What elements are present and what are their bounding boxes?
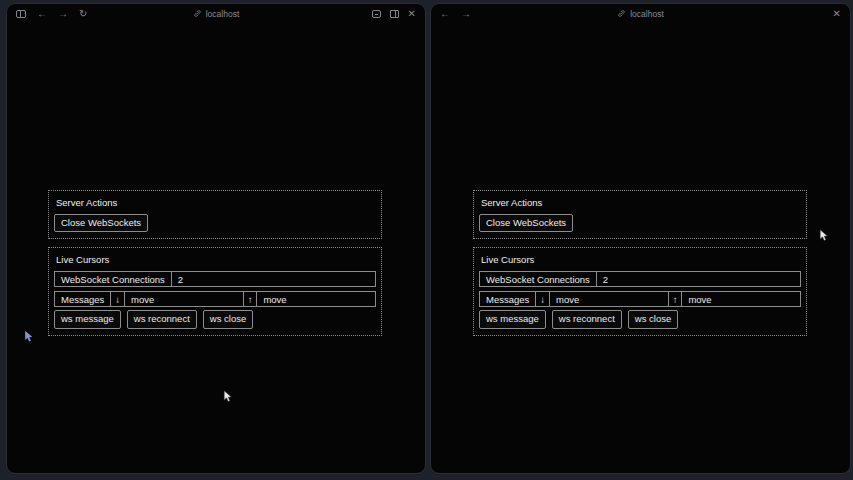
desktop: { "desktop": { "background": "#1f212a" }… xyxy=(0,0,853,480)
browser-window-left: ← → ↻ localhost ✕ Server Actions Close W… xyxy=(6,3,426,474)
ws-reconnect-button[interactable]: ws reconnect xyxy=(552,310,622,328)
ws-reconnect-button[interactable]: ws reconnect xyxy=(127,310,197,328)
browser-window-right: ← → localhost ✕ Server Actions Close Web… xyxy=(430,3,851,474)
url-text: localhost xyxy=(630,9,664,19)
last-sent-message: move xyxy=(257,292,375,306)
url-bar[interactable]: localhost xyxy=(431,4,850,23)
live-cursors-panel: Live Cursors WebSocket Connections 2 Mes… xyxy=(48,247,382,335)
forward-button[interactable]: → xyxy=(58,9,68,19)
arrow-up-icon: ↑ xyxy=(244,292,258,306)
last-received-message: move xyxy=(550,292,669,306)
close-window-button[interactable]: ✕ xyxy=(833,9,841,19)
back-button[interactable]: ← xyxy=(37,9,47,19)
server-actions-legend: Server Actions xyxy=(481,197,801,208)
ws-buttons-row: ws message ws reconnect ws close xyxy=(479,310,801,328)
live-cursors-legend: Live Cursors xyxy=(481,254,801,265)
page-content: Server Actions Close WebSockets Live Cur… xyxy=(48,190,382,336)
close-window-button[interactable]: ✕ xyxy=(408,9,416,19)
messages-row: Messages ↓ move ↑ move xyxy=(479,291,801,307)
close-websockets-button[interactable]: Close WebSockets xyxy=(479,214,573,232)
titlebar[interactable]: ← → ↻ localhost ✕ xyxy=(7,4,425,23)
page-content: Server Actions Close WebSockets Live Cur… xyxy=(473,190,807,336)
connections-label: WebSocket Connections xyxy=(480,272,597,286)
arrow-down-icon: ↓ xyxy=(111,292,125,306)
connections-label: WebSocket Connections xyxy=(55,272,172,286)
connections-value: 2 xyxy=(172,272,375,286)
messages-label: Messages xyxy=(55,292,111,306)
titlebar[interactable]: ← → localhost ✕ xyxy=(431,4,850,23)
forward-button[interactable]: → xyxy=(461,9,471,19)
connections-value: 2 xyxy=(597,272,800,286)
reload-button[interactable]: ↻ xyxy=(79,9,87,19)
ws-message-button[interactable]: ws message xyxy=(479,310,546,328)
back-button[interactable]: ← xyxy=(440,9,450,19)
server-actions-legend: Server Actions xyxy=(56,197,376,208)
split-view-icon[interactable] xyxy=(390,10,399,18)
live-cursors-legend: Live Cursors xyxy=(56,254,376,265)
link-icon xyxy=(193,9,202,18)
last-received-message: move xyxy=(125,292,244,306)
live-cursors-panel: Live Cursors WebSocket Connections 2 Mes… xyxy=(473,247,807,335)
ws-close-button[interactable]: ws close xyxy=(203,310,253,328)
messages-row: Messages ↓ move ↑ move xyxy=(54,291,376,307)
server-actions-panel: Server Actions Close WebSockets xyxy=(473,190,807,239)
ws-buttons-row: ws message ws reconnect ws close xyxy=(54,310,376,328)
link-icon xyxy=(617,9,626,18)
server-actions-panel: Server Actions Close WebSockets xyxy=(48,190,382,239)
connections-row: WebSocket Connections 2 xyxy=(54,271,376,287)
sidebar-toggle-icon[interactable] xyxy=(16,10,26,18)
connections-row: WebSocket Connections 2 xyxy=(479,271,801,287)
reader-mode-icon[interactable] xyxy=(372,10,381,18)
arrow-down-icon: ↓ xyxy=(536,292,550,306)
last-sent-message: move xyxy=(682,292,800,306)
messages-label: Messages xyxy=(480,292,536,306)
ws-close-button[interactable]: ws close xyxy=(628,310,678,328)
arrow-up-icon: ↑ xyxy=(669,292,683,306)
close-websockets-button[interactable]: Close WebSockets xyxy=(54,214,148,232)
ws-message-button[interactable]: ws message xyxy=(54,310,121,328)
url-text: localhost xyxy=(206,9,240,19)
